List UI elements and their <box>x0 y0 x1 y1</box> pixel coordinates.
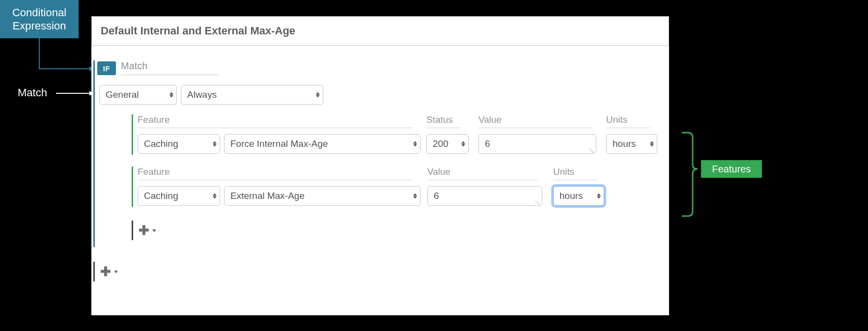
add-condition-button[interactable]: ✚ <box>100 264 120 279</box>
if-badge: IF <box>97 61 116 75</box>
value-label: Value <box>478 114 591 128</box>
input-value: 6 <box>434 191 439 201</box>
feature-name-select[interactable]: Force Internal Max-Age <box>224 134 420 154</box>
plus-icon: ✚ <box>100 265 111 278</box>
units-label: Units <box>553 166 597 180</box>
feature-value-input[interactable]: 6 <box>427 186 542 206</box>
chevron-down-icon <box>152 229 156 232</box>
add-feature-button[interactable]: ✚ <box>139 222 158 238</box>
resize-handle-icon <box>589 147 594 152</box>
chevron-updown-icon <box>461 141 465 147</box>
chevron-down-icon <box>114 271 118 274</box>
if-block-bar <box>93 60 95 247</box>
select-value: Force Internal Max-Age <box>230 138 328 149</box>
chevron-updown-icon <box>413 193 417 199</box>
select-value: hours <box>613 138 636 149</box>
plus-icon: ✚ <box>139 224 149 237</box>
chevron-updown-icon <box>213 193 217 199</box>
value-label: Value <box>427 166 537 180</box>
input-value: 6 <box>485 138 490 149</box>
units-label: Units <box>606 114 650 128</box>
resize-handle-icon <box>535 199 540 204</box>
add-row-bar <box>93 262 95 281</box>
chevron-updown-icon <box>650 141 654 147</box>
feature-status-select[interactable]: 200 <box>426 134 469 154</box>
match-category-select[interactable]: General <box>99 85 177 105</box>
chevron-updown-icon <box>213 141 217 147</box>
feature-category-select[interactable]: Caching <box>138 134 220 154</box>
match-section-label: Match <box>121 60 219 75</box>
select-value: 200 <box>433 138 448 149</box>
match-condition-select[interactable]: Always <box>181 85 323 105</box>
callout-text: Expression <box>13 19 66 33</box>
select-value: Caching <box>144 138 178 149</box>
chevron-updown-icon <box>169 92 173 98</box>
feature-units-select[interactable]: hours <box>606 134 657 154</box>
feature-label: Feature <box>138 114 413 128</box>
feature-value-input[interactable]: 6 <box>478 134 596 154</box>
feature-units-select[interactable]: hours <box>553 186 604 206</box>
chevron-updown-icon <box>597 193 601 199</box>
rule-title-text: Default Internal and External Max-Age <box>101 25 295 37</box>
feature-name-select[interactable]: External Max-Age <box>224 186 420 206</box>
callout-match: Match <box>18 86 47 99</box>
select-value: Always <box>187 89 217 100</box>
callout-conditional-expression: Conditional Expression <box>0 0 79 38</box>
status-label: Status <box>426 114 461 128</box>
callout-features: Features <box>701 160 762 178</box>
select-value: General <box>106 89 139 100</box>
rule-title-input[interactable]: Default Internal and External Max-Age <box>91 16 669 46</box>
feature-row-bar <box>132 114 133 155</box>
select-value: External Max-Age <box>230 191 305 201</box>
rule-editor-panel: Default Internal and External Max-Age IF… <box>91 16 669 315</box>
chevron-updown-icon <box>413 141 417 147</box>
select-value: hours <box>560 191 583 201</box>
feature-label: Feature <box>138 166 413 180</box>
feature-row-bar <box>132 166 133 207</box>
select-value: Caching <box>144 191 178 201</box>
feature-category-select[interactable]: Caching <box>138 186 220 206</box>
callout-text: Conditional <box>12 6 66 20</box>
chevron-updown-icon <box>316 92 320 98</box>
add-row-bar <box>132 221 133 240</box>
